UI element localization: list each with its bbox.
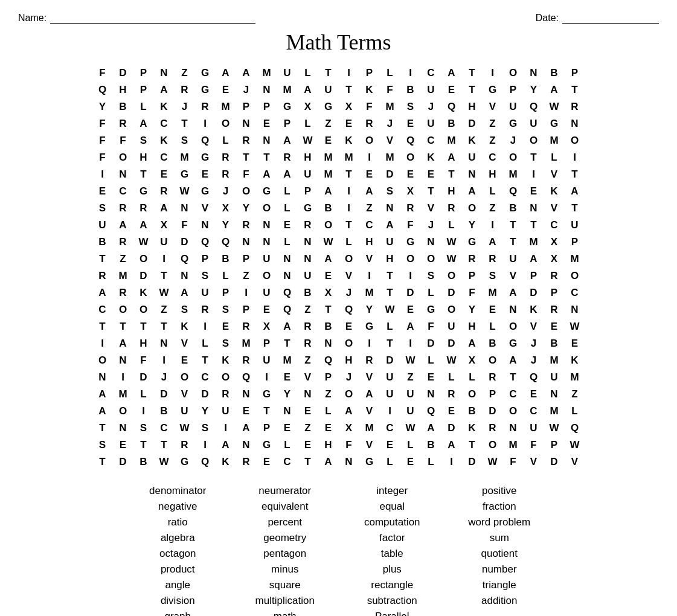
grid-cell-17-23: K <box>565 352 585 369</box>
grid-cell-1-17: E <box>441 82 462 98</box>
grid-cell-22-8: G <box>257 437 277 454</box>
grid-cell-20-23: L <box>565 403 585 420</box>
grid-cell-7-13: A <box>359 183 380 200</box>
grid-cell-3-15: E <box>400 115 421 132</box>
grid-cell-19-18: O <box>462 386 483 403</box>
grid-cell-21-12: X <box>339 420 359 437</box>
grid-cell-1-1: H <box>113 82 133 98</box>
grid-cell-11-16: O <box>421 251 441 268</box>
grid-cell-8-10: G <box>298 200 318 217</box>
grid-cell-10-18: G <box>462 234 483 251</box>
grid-row-4: FFSKSQLRNAWEKOVQCMKZJOMO <box>92 132 585 149</box>
grid-cell-0-11: T <box>318 65 339 82</box>
grid-cell-10-22: X <box>544 234 565 251</box>
grid-cell-10-9: L <box>277 234 298 251</box>
grid-cell-19-21: E <box>524 386 544 403</box>
grid-cell-13-6: P <box>216 284 236 301</box>
grid-cell-0-18: T <box>462 65 483 82</box>
grid-cell-7-7: O <box>236 183 257 200</box>
grid-cell-13-13: M <box>359 284 380 301</box>
grid-cell-6-7: F <box>236 166 257 183</box>
grid-cell-19-14: U <box>380 386 400 403</box>
grid-cell-15-14: L <box>380 318 400 335</box>
grid-cell-5-12: M <box>339 149 359 166</box>
grid-cell-6-13: E <box>359 166 380 183</box>
grid-cell-23-18: D <box>462 454 483 470</box>
grid-cell-5-21: T <box>524 149 544 166</box>
grid-cell-20-17: E <box>441 403 462 420</box>
grid-cell-19-5: D <box>195 386 216 403</box>
grid-cell-11-7: P <box>236 251 257 268</box>
grid-cell-9-0: U <box>92 217 113 234</box>
grid-cell-10-16: N <box>421 234 441 251</box>
grid-cell-19-15: U <box>400 386 421 403</box>
grid-cell-4-15: Q <box>400 132 421 149</box>
word-item-2: integer <box>342 485 443 497</box>
grid-cell-12-3: T <box>154 268 175 284</box>
grid-cell-18-13: V <box>359 369 380 386</box>
grid-cell-1-18: T <box>462 82 483 98</box>
word-item-29: multiplication <box>234 595 336 607</box>
grid-cell-9-12: T <box>339 217 359 234</box>
grid-cell-3-1: R <box>113 115 133 132</box>
word-item-13: geometry <box>234 532 336 544</box>
grid-cell-20-9: N <box>277 403 298 420</box>
grid-cell-15-0: T <box>92 318 113 335</box>
grid-cell-20-15: U <box>400 403 421 420</box>
grid-cell-23-3: W <box>154 454 175 470</box>
grid-cell-17-15: W <box>400 352 421 369</box>
grid-cell-8-21: N <box>524 200 544 217</box>
grid-cell-20-21: C <box>524 403 544 420</box>
grid-cell-18-7: Q <box>236 369 257 386</box>
grid-cell-14-18: Y <box>462 301 483 318</box>
grid-cell-6-17: T <box>441 166 462 183</box>
grid-cell-15-16: F <box>421 318 441 335</box>
grid-cell-5-20: O <box>503 149 524 166</box>
grid-cell-10-3: U <box>154 234 175 251</box>
word-item-0: denominator <box>127 485 229 497</box>
grid-cell-9-8: N <box>257 217 277 234</box>
grid-row-7: ECGRWGJOGLPAIASXTHALQEKA <box>92 183 585 200</box>
grid-cell-5-3: C <box>154 149 175 166</box>
header: Name: Date: <box>18 12 659 24</box>
grid-cell-15-5: I <box>195 318 216 335</box>
grid-row-6: INTEGERFAAUMTEDEETNHMIVT <box>92 166 585 183</box>
grid-cell-15-13: G <box>359 318 380 335</box>
grid-cell-10-15: G <box>400 234 421 251</box>
grid-cell-2-11: G <box>318 98 339 115</box>
grid-cell-7-16: T <box>421 183 441 200</box>
grid-cell-10-8: N <box>257 234 277 251</box>
grid-cell-15-18: H <box>462 318 483 335</box>
grid-cell-17-3: I <box>154 352 175 369</box>
grid-cell-1-16: U <box>421 82 441 98</box>
grid-cell-16-4: V <box>175 335 195 352</box>
grid-cell-15-7: R <box>236 318 257 335</box>
grid-cell-2-12: X <box>339 98 359 115</box>
word-item-8: ratio <box>127 516 229 528</box>
grid-cell-11-3: I <box>154 251 175 268</box>
grid-cell-11-8: U <box>257 251 277 268</box>
grid-cell-18-22: U <box>544 369 565 386</box>
grid-cell-6-12: T <box>339 166 359 183</box>
grid-cell-7-8: G <box>257 183 277 200</box>
grid-cell-8-12: I <box>339 200 359 217</box>
grid-cell-17-21: J <box>524 352 544 369</box>
word-item-30: subtraction <box>342 595 443 607</box>
date-label: Date: <box>536 13 559 24</box>
grid-cell-13-5: U <box>195 284 216 301</box>
grid-cell-1-10: A <box>298 82 318 98</box>
grid-cell-9-10: R <box>298 217 318 234</box>
grid-cell-13-11: X <box>318 284 339 301</box>
grid-cell-19-8: G <box>257 386 277 403</box>
grid-cell-22-15: L <box>400 437 421 454</box>
grid-cell-8-7: Y <box>236 200 257 217</box>
grid-cell-17-16: L <box>421 352 441 369</box>
grid-cell-13-18: F <box>462 284 483 301</box>
grid-cell-15-8: X <box>257 318 277 335</box>
grid-cell-16-21: J <box>524 335 544 352</box>
grid-cell-10-7: N <box>236 234 257 251</box>
grid-cell-22-5: I <box>195 437 216 454</box>
grid-cell-9-2: A <box>133 217 154 234</box>
grid-cell-23-7: R <box>236 454 257 470</box>
grid-cell-21-22: W <box>544 420 565 437</box>
